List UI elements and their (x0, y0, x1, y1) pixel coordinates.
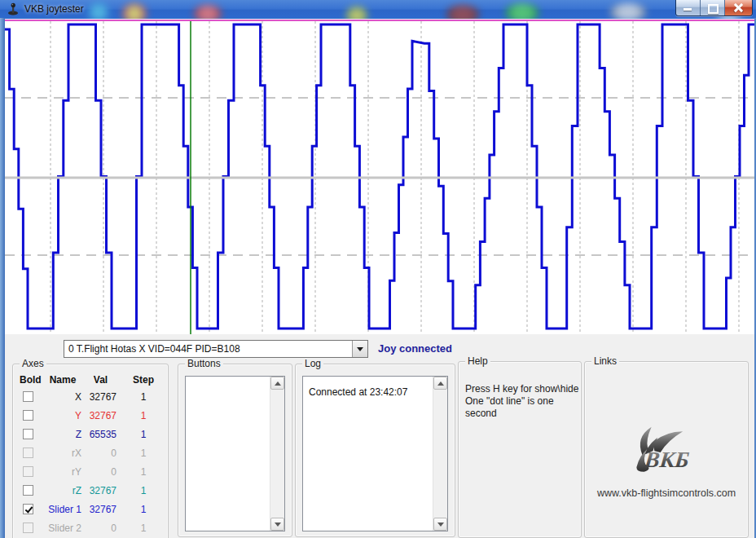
log-scrollbar[interactable] (433, 377, 447, 531)
log-listbox[interactable]: Connected at 23:42:07 (302, 376, 448, 531)
axes-rows: X327671Y327671Z655351rX01rY01rZ327671Sli… (13, 387, 168, 537)
axis-name-ry: rY (42, 466, 83, 478)
help-group-label: Help (465, 355, 490, 367)
axis-val-rx: 0 (83, 448, 118, 459)
axis-step-y: 1 (118, 410, 159, 421)
axes-group: Axes Bold Name Val Step X327671Y327671Z6… (12, 364, 169, 538)
axis-step-slider2: 1 (118, 523, 159, 534)
x-icon (734, 3, 743, 12)
axis-name-rx: rX (42, 448, 83, 459)
oscilloscope-panel (5, 20, 754, 335)
axis-row-x: X327671 (13, 387, 168, 406)
bold-checkbox-rx (23, 448, 33, 458)
axis-val-z: 65535 (83, 429, 118, 440)
triangle-up-icon[interactable] (433, 377, 447, 390)
bold-checkbox-rz[interactable] (23, 485, 33, 496)
buttons-list-content (186, 377, 270, 531)
window-title: VKB joytester (24, 3, 84, 15)
vkb-logo-text: ВКБ (643, 447, 691, 472)
axis-val-slider1: 32767 (83, 504, 118, 515)
col-bold: Bold (18, 374, 42, 386)
control-panel: 0 T.Flight Hotas X VID=044F PID=B108 Joy… (5, 334, 754, 538)
log-group: Log Connected at 23:42:07 (295, 364, 455, 537)
axis-step-z: 1 (118, 429, 159, 440)
caption-buttons (675, 0, 753, 16)
triangle-down-icon[interactable] (270, 518, 284, 531)
axis-val-slider2: 0 (83, 523, 118, 534)
axis-row-ry: rY01 (13, 462, 168, 481)
axis-row-y: Y327671 (13, 406, 168, 425)
axis-row-z: Z655351 (13, 425, 168, 443)
buttons-listbox[interactable] (185, 376, 285, 531)
title-bar[interactable]: VKB joytester (0, 0, 756, 19)
axis-val-x: 32767 (83, 391, 118, 403)
vkb-logo: ВКБ (613, 426, 719, 479)
axis-name-y: Y (42, 410, 83, 421)
bold-checkbox-y[interactable] (23, 410, 33, 421)
axes-header: Bold Name Val Step (13, 373, 168, 387)
axis-val-y: 32767 (83, 410, 118, 421)
axis-step-slider1: 1 (118, 504, 159, 515)
chevron-down-icon[interactable] (352, 341, 367, 357)
triangle-up-icon[interactable] (270, 377, 284, 390)
axis-name-slider1: Slider 1 (42, 504, 83, 515)
maximize-icon (708, 4, 719, 14)
axis-step-ry: 1 (118, 466, 159, 478)
website-link[interactable]: www.vkb-flightsimcontrols.com (597, 487, 736, 499)
links-group: Links ВКБ www.vkb-flightsimcont (584, 361, 749, 538)
log-group-label: Log (302, 358, 323, 369)
links-body: ВКБ www.vkb-flightsimcontrols.com (585, 362, 748, 537)
joy-status-label: Joy connected (378, 342, 452, 355)
col-val: Val (83, 374, 118, 386)
buttons-group: Buttons (178, 364, 292, 537)
bold-checkbox-ry (23, 466, 33, 477)
help-group: Help Press H key for show\hide One "dot … (458, 361, 582, 538)
axis-name-slider2: Slider 2 (42, 523, 83, 534)
axis-step-rx: 1 (118, 448, 159, 459)
maximize-button[interactable] (701, 0, 725, 15)
bold-checkbox-slider1[interactable] (23, 504, 33, 514)
log-entry[interactable]: Connected at 23:42:07 (309, 386, 433, 398)
axis-row-slider1: Slider 1327671 (13, 500, 168, 518)
help-line-1: Press H key for show\hide (465, 383, 581, 395)
axis-name-z: Z (42, 429, 83, 440)
buttons-scrollbar[interactable] (270, 377, 284, 531)
help-text: Press H key for show\hide One "dot line"… (459, 362, 581, 420)
log-list-content: Connected at 23:42:07 (303, 377, 433, 531)
bold-checkbox-slider2 (23, 523, 33, 533)
axes-group-label: Axes (20, 358, 46, 369)
bold-checkbox-z[interactable] (23, 429, 33, 439)
bold-checkbox-x[interactable] (23, 391, 33, 402)
app-window: VKB joytester 0 T.Flight Hotas X VID=044… (0, 0, 756, 538)
col-step: Step (118, 374, 159, 386)
joystick-icon (7, 2, 20, 15)
close-button[interactable] (725, 0, 752, 15)
axis-step-rz: 1 (118, 485, 159, 496)
buttons-group-label: Buttons (185, 358, 223, 369)
minimize-button[interactable] (676, 0, 701, 15)
axis-step-x: 1 (118, 391, 159, 403)
axis-name-x: X (42, 391, 83, 403)
axis-name-rz: rZ (42, 485, 83, 496)
axis-row-rz: rZ327671 (13, 481, 168, 500)
help-line-2: One "dot line" is one second (465, 395, 581, 420)
axis-val-ry: 0 (83, 466, 118, 478)
minimize-icon (683, 8, 692, 11)
device-select[interactable]: 0 T.Flight Hotas X VID=044F PID=B108 (64, 340, 368, 358)
oscilloscope-chart (5, 20, 754, 334)
axis-row-slider2: Slider 201 (13, 518, 168, 537)
col-name: Name (42, 374, 83, 386)
triangle-down-icon[interactable] (433, 518, 447, 531)
device-select-value: 0 T.Flight Hotas X VID=044F PID=B108 (64, 343, 352, 355)
axis-val-rz: 32767 (83, 485, 118, 496)
axis-row-rx: rX01 (13, 443, 168, 462)
